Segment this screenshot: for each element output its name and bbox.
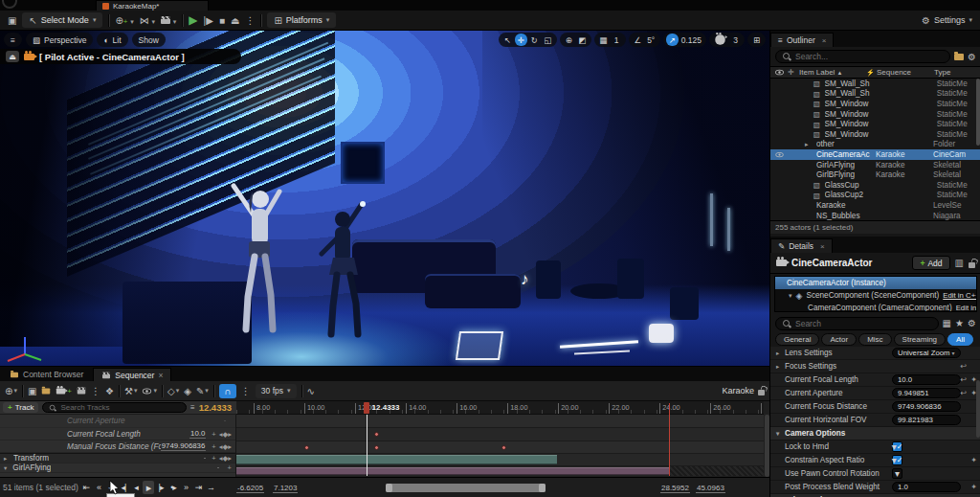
details-row[interactable]: ▸ Lens Settings Universal Zoom▾✓ ↩✦ [770, 347, 980, 360]
expander-arrow-icon[interactable]: ▾ [776, 430, 785, 438]
gear-icon[interactable]: ⚙ [968, 318, 976, 328]
details-row[interactable]: ▸ Focus Settings ▾✓ ↩✦ [770, 360, 980, 373]
expander-arrow-icon[interactable]: ▸ [776, 350, 785, 357]
lock-icon[interactable] [969, 262, 975, 268]
details-row[interactable]: Lock to Hmd ▾✓ ↩✦ [770, 441, 980, 454]
current-time-field[interactable]: 12.4333 [199, 402, 232, 413]
lit-mode-button[interactable]: ◐ Lit [97, 33, 127, 47]
reset-icon[interactable]: ↩ [961, 375, 968, 384]
keyframe-dot[interactable] [304, 445, 309, 450]
render-movie-icon[interactable] [77, 387, 86, 395]
timeline-lane[interactable] [236, 428, 764, 441]
eject-icon[interactable]: ⏏ [231, 15, 239, 26]
step-forward[interactable] [155, 481, 167, 494]
timeline-lane[interactable] [236, 415, 764, 428]
key-nav-icons[interactable]: ◂◆▸ [219, 442, 232, 451]
kebab-menu-icon[interactable]: ⋮ [91, 386, 100, 396]
tab-content-browser[interactable]: Content Browser [2, 368, 91, 381]
display-options-icon[interactable]: ▦ [943, 318, 951, 328]
filter-tab[interactable]: Misc [858, 333, 891, 346]
details-row[interactable]: Current Focus Distance 9749.906836▾✓ ↩✦ [770, 400, 980, 414]
outliner-row[interactable]: SM_Window StaticMe [770, 99, 980, 109]
property-value[interactable]: ▾✓ [892, 455, 902, 465]
details-row[interactable]: Current Focal Length 10.0▾✓ ↩✦ [770, 373, 980, 387]
surface-snap-icon[interactable]: ◩ [576, 34, 589, 46]
column-sequence[interactable]: Sequence [877, 68, 911, 77]
playhead-marker[interactable] [364, 402, 369, 414]
outliner-row[interactable]: GlassCup2 StaticMe [770, 191, 980, 201]
angle-snap-value[interactable]: 5° [645, 34, 657, 46]
keyframe-dot[interactable] [501, 445, 506, 450]
close-icon[interactable]: × [158, 371, 163, 380]
visibility-column-icon[interactable] [775, 70, 784, 76]
sequencer-track-row[interactable]: Current Focal Length 10.0 +◂◆▸ [0, 428, 235, 441]
edit-mode-icon[interactable]: ✎▾ [196, 386, 209, 396]
lightning-icon[interactable]: ⚡ [866, 69, 875, 77]
property-value[interactable]: ▾✓ [892, 468, 902, 479]
recent-menu-icon[interactable] [2, 0, 17, 9]
add-actor-icon[interactable]: ⊕+ ▾ [115, 15, 133, 26]
add-key-icon[interactable]: + [228, 463, 232, 472]
jump-to-previous[interactable] [93, 481, 104, 494]
jump-to-next[interactable] [180, 481, 191, 494]
perspective-button[interactable]: ▧ Perspective [26, 33, 93, 47]
save-icon[interactable]: ▣ [8, 15, 16, 26]
auto-key-icon[interactable]: ◈ [184, 386, 191, 396]
outliner-row[interactable]: Karaoke LevelSe [770, 200, 980, 211]
outliner-row[interactable]: SM_Window StaticMe [770, 109, 980, 120]
add-key-icon[interactable]: + [212, 442, 215, 451]
working-range-end[interactable]: 28.5952 [660, 484, 690, 493]
grid-snap-value[interactable]: 1 [611, 34, 623, 46]
blueprints-icon[interactable]: ⋈ ▾ [140, 15, 155, 26]
add-key-icon[interactable]: + [212, 430, 215, 439]
loop[interactable] [205, 481, 216, 494]
cinematics-icon[interactable]: ▾ [161, 15, 176, 26]
track-search[interactable] [42, 402, 187, 413]
add-key-icon[interactable]: + [212, 454, 215, 463]
camera-speed-icon[interactable] [712, 34, 728, 46]
track-value[interactable]: 10.0 [189, 429, 206, 439]
component-row[interactable]: ▾ SceneComponent (SceneComponent) Edit i… [775, 289, 976, 302]
outliner-row[interactable]: GirlBFlying Karaoke Skeletal [770, 169, 980, 180]
key-nav-icons[interactable]: ◂◆▸ [219, 430, 232, 439]
filter-icon[interactable]: ≡ [190, 403, 195, 412]
keyframe-dot[interactable] [374, 445, 379, 450]
timeline-lane[interactable] [236, 441, 764, 454]
keyframe-icon[interactable]: ✦ [970, 483, 977, 491]
scale-snap-icon[interactable]: ↗ [666, 34, 679, 46]
outliner-row[interactable]: SM_Wall_Sh StaticMe [770, 89, 980, 100]
filter-tab[interactable]: All [947, 333, 973, 346]
edit-in-cpp-link[interactable]: Edit in C++ [956, 304, 977, 312]
actions-icon[interactable]: ❖ [105, 386, 114, 396]
curve-editor-icon[interactable]: ∿ [307, 386, 315, 396]
outliner-row[interactable]: SM_Window StaticMe [770, 129, 980, 140]
component-row[interactable]: CineCameraActor (Instance) [775, 277, 976, 289]
view-range-end[interactable]: 45.0963 [696, 484, 725, 493]
keyframe-options-icon[interactable]: ◇▾ [167, 386, 179, 396]
track-value[interactable] [224, 420, 226, 421]
reset-icon[interactable]: ↩ [961, 389, 968, 397]
timeline-ruler[interactable]: 8.0010.0012.0014.0016.0018.0020.0022.002… [236, 401, 764, 415]
sequencer-timeline[interactable]: 8.0010.0012.0014.0016.0018.0020.0022.002… [236, 401, 764, 476]
property-value[interactable]: ▾✓ [892, 441, 902, 452]
sequencer-scrollbar[interactable] [765, 415, 769, 477]
go-to-end[interactable] [192, 481, 204, 494]
expander-arrow-icon[interactable]: ▸ [4, 455, 7, 463]
eye-icon[interactable] [775, 152, 783, 157]
play-button[interactable]: ▶ [189, 13, 197, 27]
track-section-band[interactable] [236, 467, 669, 475]
go-to-front[interactable] [80, 481, 92, 494]
column-type[interactable]: Type [934, 68, 950, 77]
grid-snap-icon[interactable]: ▦ [597, 34, 610, 46]
sequence-breadcrumb[interactable]: Karaoke [722, 386, 765, 395]
view-options-icon[interactable]: ▾ [142, 387, 157, 395]
close-icon[interactable]: × [820, 242, 825, 251]
show-flags-button[interactable]: Show [132, 33, 166, 47]
component-row[interactable]: CameraComponent (CameraComponent) Edit i… [775, 302, 976, 312]
outliner-row[interactable]: SM_Wall_Sh StaticMe [770, 79, 980, 89]
column-item-label[interactable]: Item Label ▲ [799, 68, 843, 77]
timeline-lane[interactable] [236, 466, 764, 476]
playhead-line[interactable] [367, 415, 368, 476]
outliner-row[interactable]: SM_Window StaticMe [770, 119, 980, 129]
property-value[interactable]: 9.949851▾✓ [892, 388, 961, 398]
